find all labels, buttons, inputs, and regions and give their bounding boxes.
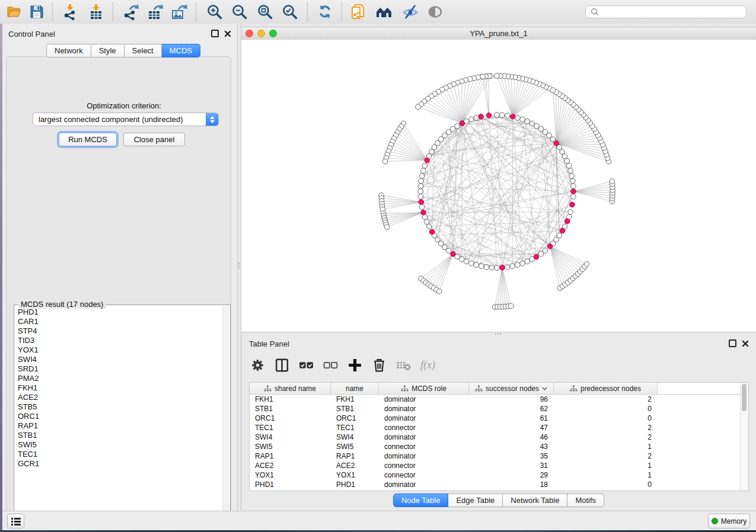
tab-network-table[interactable]: Network Table (503, 493, 567, 507)
table-row[interactable]: RAP1RAP1dominator352 (250, 451, 748, 461)
table-cell[interactable]: 0 (554, 404, 658, 414)
table-cell[interactable]: RAP1 (331, 451, 379, 461)
table-row[interactable]: STB1STB1dominator620 (250, 404, 748, 414)
table-cell[interactable]: 2 (554, 451, 658, 461)
table-cell[interactable]: 31 (469, 461, 554, 470)
export-table-icon[interactable] (146, 4, 163, 20)
table-cell[interactable]: STB1 (250, 404, 331, 414)
mcds-result-item[interactable]: PMA2 (15, 374, 222, 383)
table-cell[interactable]: 2 (554, 432, 658, 442)
network-canvas[interactable] (241, 40, 756, 332)
table-row[interactable]: SWI4SWI4dominator462 (250, 432, 748, 442)
tab-select[interactable]: Select (125, 44, 162, 57)
column-header-shared-name[interactable]: shared name (250, 383, 331, 394)
table-row[interactable]: PHD1PHD1dominator180 (250, 480, 748, 489)
open-file-icon[interactable] (6, 4, 23, 20)
split-panel-icon[interactable] (273, 357, 291, 374)
refresh-layout-icon[interactable] (317, 4, 333, 20)
close-panel-button[interactable]: Close panel (123, 133, 185, 146)
column-header-name[interactable]: name (331, 383, 379, 394)
table-cell[interactable]: YOX1 (331, 470, 379, 480)
mcds-result-item[interactable]: TID3 (15, 336, 222, 345)
table-cell[interactable]: connector (379, 442, 469, 451)
table-cell[interactable]: FKH1 (331, 395, 379, 404)
zoom-in-icon[interactable] (206, 4, 223, 20)
search-field[interactable] (585, 5, 747, 18)
table-cell[interactable]: dominator (379, 451, 469, 461)
memory-button[interactable]: Memory (708, 514, 750, 528)
mcds-result-item[interactable]: TEC1 (15, 450, 222, 459)
mcds-result-item[interactable]: SRD1 (15, 364, 222, 374)
table-row[interactable]: SWI5SWI5connector431 (250, 442, 748, 451)
tab-edge-table[interactable]: Edge Table (448, 493, 503, 507)
table-cell[interactable]: dominator (379, 432, 469, 442)
zoom-fit-icon[interactable] (257, 4, 273, 20)
table-cell[interactable]: 96 (469, 395, 554, 404)
table-cell[interactable]: SWI5 (250, 442, 331, 451)
mcds-result-item[interactable]: STP4 (15, 326, 222, 336)
table-cell[interactable]: 2 (554, 395, 658, 404)
table-row[interactable]: YOX1YOX1connector291 (250, 470, 748, 480)
table-cell[interactable]: 43 (469, 442, 554, 451)
export-network-icon[interactable] (122, 4, 139, 20)
table-cell[interactable]: TEC1 (331, 423, 379, 432)
gear-icon[interactable] (249, 357, 266, 374)
vertical-splitter[interactable] (237, 24, 241, 511)
table-cell[interactable]: 1 (554, 442, 658, 451)
table-cell[interactable]: 0 (554, 480, 658, 489)
table-row[interactable]: ACE2ACE2connector311 (250, 461, 748, 470)
table-cell[interactable]: connector (379, 461, 469, 470)
save-icon[interactable] (28, 4, 45, 20)
network-graph[interactable] (241, 40, 756, 332)
search-input[interactable] (599, 7, 741, 17)
table-cell[interactable]: SWI4 (331, 432, 379, 442)
delete-table-icon[interactable] (395, 357, 412, 374)
table-cell[interactable]: connector (379, 470, 469, 480)
mcds-result-item[interactable]: SWI4 (15, 355, 222, 364)
column-header-predecessor-nodes[interactable]: predecessor nodes (554, 383, 658, 394)
table-scrollbar[interactable] (740, 383, 748, 491)
scrollbar-thumb[interactable] (742, 384, 747, 411)
float-panel-icon[interactable] (729, 339, 736, 347)
optimization-criterion-select[interactable]: largest connected component (undirected) (33, 113, 219, 126)
table-cell[interactable]: ORC1 (250, 414, 331, 423)
table-cell[interactable]: SWI5 (331, 442, 379, 451)
float-panel-icon[interactable] (211, 30, 219, 37)
column-header-successor-nodes[interactable]: successor nodes (469, 383, 554, 394)
table-cell[interactable]: 2 (554, 423, 658, 432)
table-cell[interactable]: 62 (469, 404, 554, 414)
houses-icon[interactable] (376, 4, 393, 20)
table-cell[interactable]: 0 (554, 414, 658, 423)
function-builder-icon[interactable]: f(x) (419, 357, 436, 374)
run-mcds-button[interactable]: Run MCDS (59, 133, 117, 146)
table-cell[interactable]: 61 (469, 414, 554, 423)
import-table-icon[interactable] (88, 4, 104, 20)
table-cell[interactable]: 1 (554, 461, 658, 470)
task-history-button[interactable] (7, 514, 24, 528)
table-cell[interactable]: dominator (379, 480, 469, 489)
table-cell[interactable]: ORC1 (331, 414, 379, 423)
table-row[interactable]: FKH1FKH1dominator962 (250, 395, 748, 404)
tab-style[interactable]: Style (91, 44, 125, 57)
tab-network[interactable]: Network (46, 44, 91, 57)
mcds-result-item[interactable]: ACE2 (15, 393, 222, 402)
mcds-result-item[interactable]: STB5 (15, 402, 222, 412)
deselect-all-icon[interactable] (322, 357, 339, 374)
show-all-icon[interactable] (427, 4, 444, 20)
tab-mcds[interactable]: MCDS (162, 44, 200, 57)
table-cell[interactable]: connector (379, 423, 469, 432)
table-cell[interactable]: TEC1 (250, 423, 331, 432)
mcds-result-item[interactable]: PHD1 (15, 307, 222, 317)
mcds-result-item[interactable]: CAR1 (15, 317, 222, 326)
new-network-from-selection-icon[interactable] (350, 4, 366, 20)
table-cell[interactable]: ACE2 (250, 461, 331, 470)
zoom-out-icon[interactable] (231, 4, 248, 20)
column-header-MCDS-role[interactable]: MCDS role (379, 383, 469, 394)
table-row[interactable]: ORC1ORC1dominator610 (250, 414, 748, 423)
table-cell[interactable]: ACE2 (331, 461, 379, 470)
tab-motifs[interactable]: Motifs (567, 493, 604, 507)
add-column-icon[interactable] (346, 357, 363, 374)
export-image-icon[interactable] (171, 4, 187, 20)
zoom-selected-icon[interactable] (282, 4, 298, 20)
network-window-titlebar[interactable]: YPA_prune.txt_1 (241, 27, 756, 40)
